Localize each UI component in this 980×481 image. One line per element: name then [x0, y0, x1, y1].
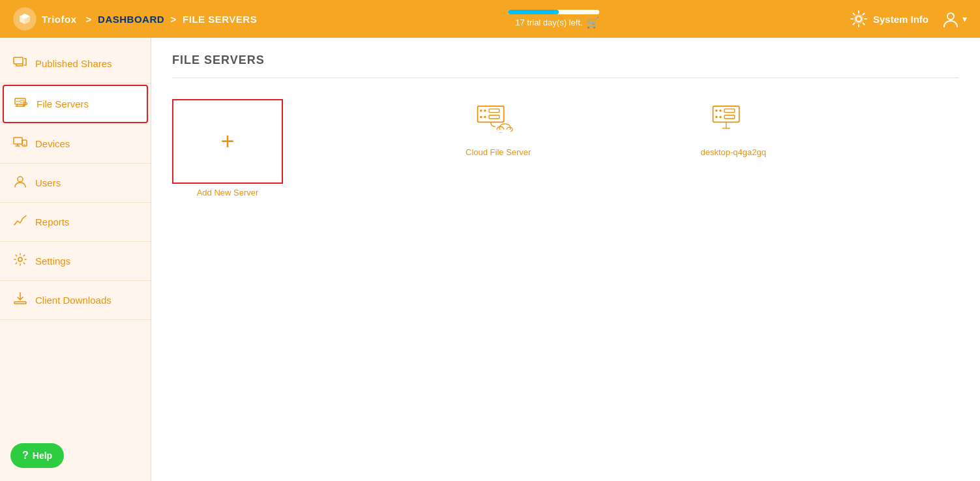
svg-rect-15	[478, 106, 504, 123]
system-info-button[interactable]: System Info	[850, 10, 928, 28]
page-title: FILE SERVERS	[172, 53, 959, 78]
header-center: 17 trial day(s) left. 🛒	[508, 10, 599, 29]
breadcrumb-dashboard: DASHBOARD	[95, 14, 167, 25]
svg-point-1	[856, 16, 861, 22]
svg-rect-18	[489, 109, 499, 112]
header-right: System Info ▾	[850, 10, 967, 28]
help-circle-icon: ?	[22, 450, 29, 461]
trial-days-label: 17 trial day(s) left.	[515, 18, 582, 27]
sidebar-item-reports[interactable]: Reports	[0, 203, 151, 242]
trial-progress-bar	[508, 10, 599, 14]
svg-rect-14	[14, 302, 26, 304]
svg-rect-10	[14, 138, 22, 144]
add-plus-icon: +	[220, 130, 234, 153]
svg-point-13	[18, 257, 22, 261]
settings-icon	[13, 252, 27, 270]
cart-icon[interactable]: 🛒	[586, 16, 599, 29]
cloud-server-label: Cloud File Server	[466, 147, 531, 157]
svg-point-20	[484, 116, 486, 119]
file-servers-icon	[14, 95, 29, 113]
cloud-file-server-card[interactable]: Cloud File Server	[466, 99, 531, 157]
user-menu[interactable]: ▾	[942, 10, 967, 28]
svg-point-16	[480, 109, 483, 112]
desktop-server-card[interactable]: desktop-q4ga2gq	[700, 99, 765, 157]
svg-rect-32	[724, 115, 735, 119]
svg-point-31	[719, 116, 722, 119]
add-server-box[interactable]: +	[172, 99, 283, 184]
sidebar-label-published-shares: Published Shares	[35, 58, 112, 69]
sidebar-item-settings[interactable]: Settings	[0, 242, 151, 281]
users-icon	[13, 174, 27, 192]
desktop-server-label: desktop-q4ga2gq	[700, 147, 765, 157]
trial-text: 17 trial day(s) left. 🛒	[515, 16, 599, 29]
cloud-server-icon	[475, 99, 521, 138]
svg-point-28	[719, 109, 722, 112]
help-button[interactable]: ? Help	[10, 443, 64, 468]
trial-info: 17 trial day(s) left. 🛒	[508, 10, 599, 29]
svg-point-3	[947, 13, 954, 20]
sidebar-label-reports: Reports	[35, 216, 70, 227]
breadcrumb: Triofox > DASHBOARD > FILE SERVERS	[42, 14, 257, 25]
user-icon	[942, 10, 960, 28]
svg-point-30	[715, 116, 718, 119]
svg-rect-29	[724, 109, 735, 112]
sidebar-label-client-downloads: Client Downloads	[35, 295, 111, 306]
svg-rect-21	[489, 115, 499, 119]
svg-point-12	[18, 177, 23, 182]
sidebar: Published Shares File Servers	[0, 38, 151, 481]
devices-icon	[13, 135, 27, 153]
servers-grid: + Add New Server	[172, 99, 959, 197]
sidebar-item-published-shares[interactable]: Published Shares	[0, 44, 151, 83]
svg-point-19	[480, 116, 483, 119]
main-layout: Published Shares File Servers	[0, 38, 980, 481]
help-label: Help	[33, 450, 52, 461]
trial-progress-fill	[508, 10, 559, 14]
svg-rect-25	[497, 130, 511, 132]
triofox-logo	[13, 7, 37, 31]
svg-rect-8	[20, 100, 24, 102]
sidebar-label-file-servers: File Servers	[37, 98, 89, 109]
desktop-server-icon	[711, 99, 756, 138]
gear-icon	[850, 10, 868, 28]
breadcrumb-file-servers: FILE SERVERS	[179, 14, 257, 25]
sidebar-label-settings: Settings	[35, 255, 70, 267]
reports-icon	[13, 213, 27, 231]
published-shares-icon	[13, 55, 27, 72]
breadcrumb-triofox: Triofox	[42, 14, 83, 25]
sidebar-label-devices: Devices	[35, 138, 70, 149]
add-server-card[interactable]: + Add New Server	[172, 99, 283, 197]
header: Triofox > DASHBOARD > FILE SERVERS 17 tr…	[0, 0, 980, 38]
svg-point-6	[16, 101, 18, 102]
svg-point-27	[715, 109, 718, 112]
cloud-server-icon-wrap: Cloud File Server	[466, 99, 531, 157]
svg-rect-26	[713, 106, 739, 123]
sidebar-label-users: Users	[35, 177, 61, 188]
content-area: FILE SERVERS + Add New Server	[151, 38, 980, 481]
svg-rect-4	[14, 57, 23, 64]
svg-point-7	[18, 101, 20, 102]
svg-point-17	[484, 109, 486, 112]
desktop-server-icon-wrap: desktop-q4ga2gq	[700, 99, 765, 157]
user-dropdown-arrow: ▾	[962, 14, 967, 24]
sidebar-item-users[interactable]: Users	[0, 164, 151, 203]
sidebar-item-client-downloads[interactable]: Client Downloads	[0, 281, 151, 320]
add-server-label: Add New Server	[197, 188, 259, 197]
system-info-label: System Info	[873, 14, 928, 25]
client-downloads-icon	[13, 291, 27, 309]
header-left: Triofox > DASHBOARD > FILE SERVERS	[13, 7, 257, 31]
sidebar-item-file-servers[interactable]: File Servers	[3, 85, 148, 123]
sidebar-item-devices[interactable]: Devices	[0, 124, 151, 164]
